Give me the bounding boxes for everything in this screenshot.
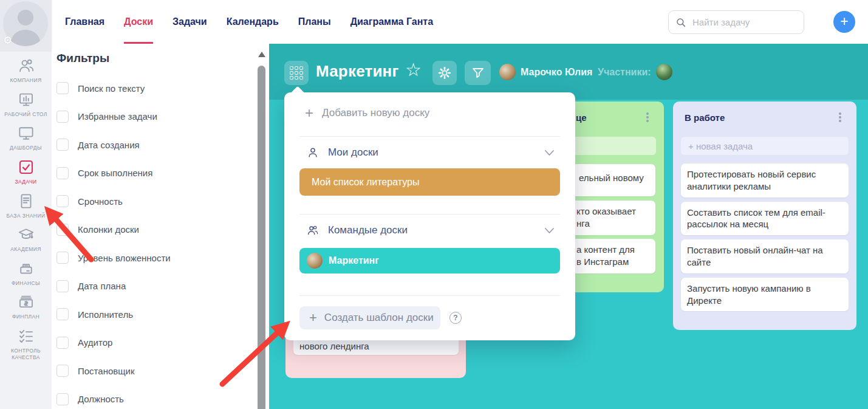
sidebar-item[interactable]: КОМПАНИЯ bbox=[1, 57, 52, 84]
plus-icon: + bbox=[309, 311, 317, 325]
board-owner-name: Марочко Юлия bbox=[521, 67, 592, 78]
chevron-down-icon[interactable] bbox=[544, 150, 555, 157]
filter-checkbox[interactable] bbox=[56, 280, 69, 292]
dashboards-icon bbox=[17, 124, 35, 142]
column-menu-icon[interactable] bbox=[836, 111, 844, 123]
quality-control-icon bbox=[17, 327, 35, 345]
academy-icon bbox=[17, 225, 35, 244]
chevron-down-icon[interactable] bbox=[544, 227, 555, 235]
company-icon bbox=[17, 57, 35, 75]
owner-avatar bbox=[499, 64, 516, 80]
filter-row: Уровень вложенности bbox=[56, 244, 248, 272]
add-task-button[interactable]: + bbox=[833, 11, 855, 33]
nav-tab[interactable]: Доски bbox=[124, 0, 153, 44]
filter-checkbox[interactable] bbox=[56, 252, 69, 264]
column-title: В работе bbox=[685, 112, 725, 123]
divider bbox=[299, 295, 560, 296]
cards-list: Протестировать новый сервис аналитики ре… bbox=[681, 163, 849, 311]
filter-checkbox[interactable] bbox=[56, 111, 69, 123]
filter-row: Избранные задачи bbox=[56, 103, 248, 131]
star-icon[interactable]: ☆ bbox=[405, 59, 422, 80]
search-icon bbox=[675, 17, 686, 28]
filter-label: Аудитор bbox=[78, 337, 112, 348]
nav-tab[interactable]: Диаграмма Ганта bbox=[350, 0, 433, 44]
app-window: ⚙ КОМПАНИЯ РАБОЧИЙ СТОЛ ДАШБОРДЫ ЗАДАЧИ … bbox=[0, 0, 868, 409]
nav-tab[interactable]: Задачи bbox=[173, 0, 207, 44]
board-item-my-reading-list[interactable]: Мой список литературы bbox=[299, 168, 560, 196]
sidebar-item[interactable]: КОНТРОЛЬ КАЧЕСТВА bbox=[1, 327, 52, 360]
sidebar-item[interactable]: ДАШБОРДЫ bbox=[1, 124, 52, 151]
filter-label: Срочность bbox=[78, 196, 123, 207]
sidebar-item-label: КОНТРОЛЬ КАЧЕСТВА bbox=[1, 348, 52, 360]
scrollbar-up-arrow[interactable] bbox=[258, 52, 265, 57]
nav-tab[interactable]: Планы bbox=[298, 0, 331, 44]
filter-checkbox[interactable] bbox=[56, 195, 69, 207]
task-card[interactable]: Составить список тем для email-рассылок … bbox=[681, 202, 849, 236]
filter-checkbox[interactable] bbox=[56, 82, 69, 94]
new-task-input[interactable]: + новая задача bbox=[681, 137, 849, 155]
participant-avatar[interactable] bbox=[656, 64, 672, 80]
filters-panel: Фильтры Поиск по тексту Избранные задачи… bbox=[52, 44, 272, 409]
team-boards-section-header[interactable]: Командые доски bbox=[306, 224, 408, 237]
filter-checkbox[interactable] bbox=[56, 337, 69, 349]
filter-label: Срок выполнения bbox=[78, 168, 152, 178]
sidebar-item[interactable]: ФИНПЛАН bbox=[1, 293, 52, 320]
user-profile[interactable]: ⚙ bbox=[0, 0, 52, 52]
create-board-template-button[interactable]: + Создать шаблон доски bbox=[299, 306, 440, 329]
nav-tab[interactable]: Главная bbox=[65, 0, 104, 44]
board-settings-button[interactable] bbox=[432, 61, 457, 85]
my-boards-section-header[interactable]: Мои доски bbox=[306, 146, 378, 159]
sidebar-item[interactable]: БАЗА ЗНАНИЙ bbox=[1, 192, 52, 219]
filter-label: Постановщик bbox=[78, 366, 135, 376]
filter-label: Дата плана bbox=[78, 281, 126, 291]
filter-row: Поиск по тексту bbox=[56, 74, 248, 103]
sidebar-item-label: ДАШБОРДЫ bbox=[10, 145, 42, 151]
filter-checkbox[interactable] bbox=[56, 167, 69, 179]
gear-icon bbox=[437, 66, 452, 80]
divider bbox=[299, 214, 560, 215]
sidebar-item-label: БАЗА ЗНАНИЙ bbox=[7, 213, 46, 219]
knowledge-base-icon bbox=[17, 192, 35, 210]
boards-menu-button[interactable] bbox=[284, 61, 309, 85]
filter-row: Должность bbox=[56, 385, 248, 409]
app-sidebar: КОМПАНИЯ РАБОЧИЙ СТОЛ ДАШБОРДЫ ЗАДАЧИ БА… bbox=[0, 52, 52, 409]
filter-row: Дата создания bbox=[56, 131, 248, 159]
sidebar-item[interactable]: ЗАДАЧИ bbox=[1, 158, 52, 185]
profile-gear-icon[interactable]: ⚙ bbox=[3, 34, 12, 47]
task-card[interactable]: Протестировать новый сервис аналитики ре… bbox=[681, 163, 849, 198]
sidebar-item-label: ФИНПЛАН bbox=[12, 314, 39, 320]
sidebar-item[interactable]: ФИНАНСЫ bbox=[1, 259, 52, 287]
add-new-board-button[interactable]: + Добавить новую доску bbox=[305, 106, 429, 120]
board-item-marketing[interactable]: Маркетинг bbox=[299, 248, 560, 273]
sidebar-item[interactable]: АКАДЕМИЯ bbox=[1, 225, 52, 253]
nav-tab[interactable]: Календарь bbox=[227, 0, 279, 44]
column-menu-icon[interactable] bbox=[643, 111, 652, 123]
filter-row: Срочность bbox=[56, 187, 248, 216]
sidebar-item[interactable]: РАБОЧИЙ СТОЛ bbox=[1, 91, 52, 118]
tasks-icon bbox=[17, 158, 35, 176]
filter-row: Исполнитель bbox=[56, 300, 248, 329]
participants-label: Участники: bbox=[598, 67, 651, 78]
sidebar-item-label: РАБОЧИЙ СТОЛ bbox=[4, 111, 47, 118]
board-avatar bbox=[307, 253, 323, 269]
plus-icon: + bbox=[840, 13, 848, 29]
filter-checkbox[interactable] bbox=[56, 308, 69, 320]
sidebar-item-label: КОМПАНИЯ bbox=[10, 77, 42, 84]
grid-icon bbox=[290, 66, 303, 80]
board-filter-button[interactable] bbox=[465, 61, 491, 85]
task-card[interactable]: Запустить новую кампанию в Директе bbox=[681, 278, 849, 312]
filters-list: Поиск по тексту Избранные задачи Дата со… bbox=[56, 74, 248, 409]
help-icon[interactable]: ? bbox=[449, 312, 462, 324]
filter-checkbox[interactable] bbox=[56, 139, 69, 151]
search-input[interactable] bbox=[691, 16, 815, 28]
filter-label: Уровень вложенности bbox=[78, 253, 171, 263]
filter-row: Колонки доски bbox=[56, 216, 248, 244]
filter-checkbox[interactable] bbox=[56, 393, 69, 405]
sidebar-item-label: ЗАДАЧИ bbox=[15, 179, 36, 185]
filter-checkbox[interactable] bbox=[56, 224, 69, 236]
scrollbar-thumb[interactable] bbox=[258, 66, 265, 409]
filter-label: Дата создания bbox=[78, 140, 140, 150]
top-navigation: ГлавнаяДоскиЗадачиКалендарьПланыДиаграмм… bbox=[65, 0, 433, 44]
task-card[interactable]: Поставить новый онлайн-чат на сайте bbox=[681, 239, 849, 273]
filter-checkbox[interactable] bbox=[56, 365, 69, 377]
